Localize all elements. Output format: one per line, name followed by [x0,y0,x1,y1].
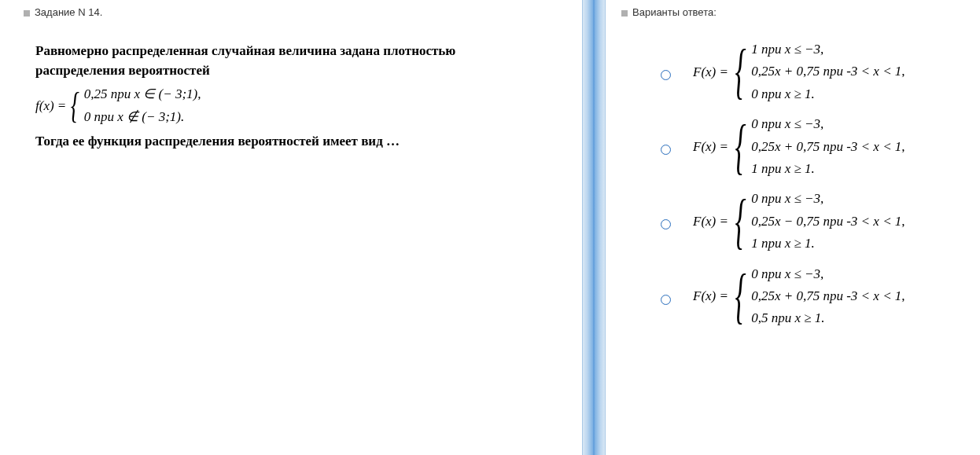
question-line-1: Равномерно распределенная случайная вели… [35,42,566,61]
answer-option-1[interactable]: F(x) = { 1 при x ≤ −3, 0,25x + 0,75 при … [661,42,972,102]
density-formula: f(x) = { 0,25 при x ∈ (− 3;1), 0 при x ∉… [35,85,566,127]
answer-cases: 0 при x ≤ −3, 0,25x − 0,75 при -3 < x < … [751,191,904,251]
formula-cases: 0,25 при x ∈ (− 3;1), 0 при x ∉ (− 3;1). [84,85,201,127]
case-3: 0 при x ≥ 1. [751,86,904,102]
radio-button[interactable] [661,145,671,155]
question-line-3: Тогда ее функция распределения вероятнос… [35,132,566,152]
case-2: 0,25x − 0,75 при -3 < x < 1, [751,214,904,229]
page-root: Задание N 14. Равномерно распределенная … [0,0,980,455]
answer-lhs: F(x) = [693,288,728,304]
pane-divider [582,0,606,455]
answer-formula: F(x) = { 1 при x ≤ −3, 0,25x + 0,75 при … [693,42,905,102]
answer-lhs: F(x) = [693,139,728,155]
bullet-icon [621,10,628,17]
answer-lhs: F(x) = [693,64,728,80]
radio-button[interactable] [661,70,671,80]
question-pane: Задание N 14. Равномерно распределенная … [0,0,582,455]
question-body: Равномерно распределенная случайная вели… [24,42,566,151]
case-2: 0,25x + 0,75 при -3 < x < 1, [751,64,904,79]
case-3: 1 при x ≥ 1. [751,236,904,251]
case-2: 0,25x + 0,75 при -3 < x < 1, [751,288,904,304]
formula-lhs: f(x) = [35,97,66,116]
curly-brace-icon: { [70,90,80,122]
case-1: 0 при x ≤ −3, [751,191,904,207]
case-2: 0,25x + 0,75 при -3 < x < 1, [751,139,904,155]
answer-formula: F(x) = { 0 при x ≤ −3, 0,25x − 0,75 при … [693,191,905,251]
formula-case-2: 0 при x ∉ (− 3;1). [84,108,201,127]
answer-formula: F(x) = { 0 при x ≤ −3, 0,25x + 0,75 при … [693,266,905,327]
answers-list: F(x) = { 1 при x ≤ −3, 0,25x + 0,75 при … [621,42,972,327]
answer-cases: 0 при x ≤ −3, 0,25x + 0,75 при -3 < x < … [751,116,904,177]
radio-button[interactable] [661,295,671,305]
answer-option-3[interactable]: F(x) = { 0 при x ≤ −3, 0,25x − 0,75 при … [661,191,972,251]
question-header-text: Задание N 14. [35,6,102,18]
bullet-icon [24,10,30,17]
answer-option-2[interactable]: F(x) = { 0 при x ≤ −3, 0,25x + 0,75 при … [661,116,972,177]
answers-pane: Варианты ответа: F(x) = { 1 при x ≤ −3, … [606,0,980,455]
case-1: 1 при x ≤ −3, [751,42,904,57]
answer-lhs: F(x) = [693,214,728,229]
formula-case-1: 0,25 при x ∈ (− 3;1), [84,85,201,105]
answer-cases: 1 при x ≤ −3, 0,25x + 0,75 при -3 < x < … [751,42,904,102]
curly-brace-icon: { [735,197,747,246]
answer-cases: 0 при x ≤ −3, 0,25x + 0,75 при -3 < x < … [751,266,904,327]
radio-button[interactable] [661,219,671,229]
answers-header-text: Варианты ответа: [632,6,717,18]
case-3: 0,5 при x ≥ 1. [751,310,904,326]
answers-header: Варианты ответа: [621,6,972,18]
curly-brace-icon: { [735,47,747,96]
case-1: 0 при x ≤ −3, [751,116,904,132]
question-line-2: распределения вероятностей [35,61,566,81]
case-3: 1 при x ≥ 1. [751,161,904,177]
curly-brace-icon: { [735,123,747,171]
answer-formula: F(x) = { 0 при x ≤ −3, 0,25x + 0,75 при … [693,116,905,177]
question-header: Задание N 14. [24,6,566,18]
case-1: 0 при x ≤ −3, [751,266,904,282]
curly-brace-icon: { [735,272,747,321]
answer-option-4[interactable]: F(x) = { 0 при x ≤ −3, 0,25x + 0,75 при … [661,266,972,327]
